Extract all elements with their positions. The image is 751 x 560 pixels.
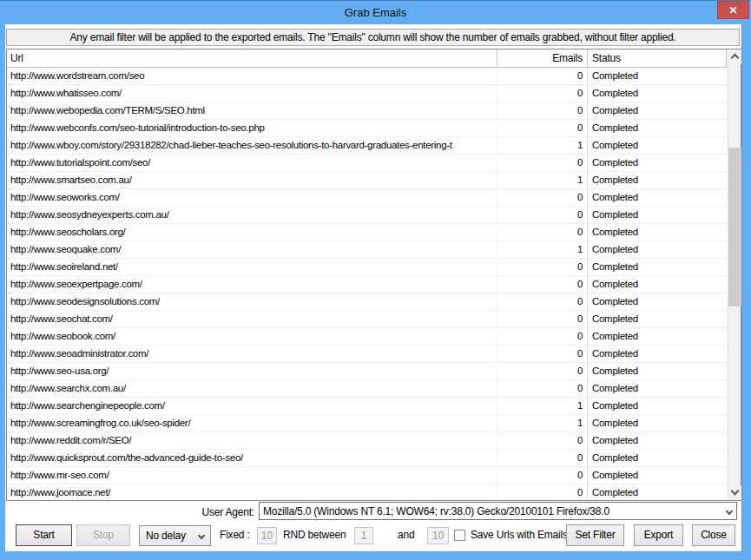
emails-count-cell: 0 [497,224,588,240]
emails-count-cell: 0 [497,311,588,327]
emails-count-cell: 0 [497,328,588,345]
rnd-between-label: RND between [283,524,346,546]
rnd-from-field[interactable] [354,527,373,544]
table-body: http://www.wordstream.com/seo0Completedh… [7,68,728,500]
url-cell: http://www.reddit.com/r/SEO/ [7,432,497,449]
table-row[interactable]: http://www.seoworks.com/0Completed [7,189,728,207]
table-row[interactable]: http://www.screamingfrog.co.uk/seo-spide… [7,415,728,432]
window-title: Grab Emails [0,6,751,19]
vertical-scrollbar[interactable] [728,49,741,500]
start-button[interactable]: Start [16,524,72,546]
chevron-down-icon [198,532,205,539]
close-window-button[interactable]: ✕ [717,1,749,19]
chevron-up-icon [731,54,740,63]
emails-count-cell: 1 [497,415,588,432]
url-cell: http://www.webopedia.com/TERM/S/SEO.html [7,102,497,119]
column-header-status[interactable]: Status [588,49,727,67]
emails-count-cell: 0 [497,155,588,171]
emails-count-cell: 0 [497,346,588,362]
status-cell: Completed [588,241,727,258]
grab-emails-window: Grab Emails ✕ Any email filter will be a… [0,0,751,560]
scroll-up-button[interactable] [728,49,741,64]
window-bottom-border [0,551,751,560]
url-table: Url Emails Status http://www.wordstream.… [6,49,741,501]
url-cell: http://www.seo-usa.org/ [7,363,497,379]
close-button[interactable]: Close [692,524,735,546]
emails-count-cell: 0 [497,189,588,206]
table-row[interactable]: http://www.seoscholars.org/0Completed [7,224,728,241]
table-header: Url Emails Status [7,49,728,68]
table-row[interactable]: http://www.mr-seo.com/0Completed [7,467,728,484]
url-cell: http://www.mr-seo.com/ [7,467,497,484]
table-row[interactable]: http://www.webopedia.com/TERM/S/SEO.html… [7,102,728,120]
fixed-delay-label: Fixed : [220,524,250,546]
status-cell: Completed [588,415,727,432]
emails-count-cell: 1 [497,172,588,188]
emails-count-cell: 1 [497,241,588,258]
status-cell: Completed [588,259,727,275]
status-cell: Completed [588,207,727,223]
table-row[interactable]: http://www.whatisseo.com/0Completed [7,85,728,102]
table-row[interactable]: http://www.seochat.com/0Completed [7,311,728,328]
scrollbar-thumb[interactable] [728,148,741,306]
title-bar[interactable]: Grab Emails ✕ [0,1,751,24]
fixed-delay-field[interactable] [257,527,277,544]
table-row[interactable]: http://www.searchx.com.au/0Completed [7,380,728,398]
status-cell: Completed [588,346,727,362]
table-row[interactable]: http://www.searchenginepeople.com/1Compl… [7,398,728,415]
url-cell: http://www.whatisseo.com/ [7,85,497,102]
table-row[interactable]: http://www.seosydneyexperts.com.au/0Comp… [7,207,728,224]
chevron-down-icon[interactable] [726,508,733,515]
table-row[interactable]: http://www.seodesignsolutions.com/0Compl… [7,293,728,311]
column-header-emails[interactable]: Emails [497,49,588,67]
status-cell: Completed [588,293,727,310]
url-cell: http://www.seobook.com/ [7,328,497,345]
status-cell: Completed [588,155,727,171]
user-agent-combobox[interactable] [259,502,737,520]
table-row[interactable]: http://www.quicksprout.com/the-advanced-… [7,450,728,467]
table-row[interactable]: http://www.tutorialspoint.com/seo/0Compl… [7,155,728,172]
table-row[interactable]: http://www.wordstream.com/seo0Completed [7,68,728,85]
url-cell: http://www.tutorialspoint.com/seo/ [7,155,497,171]
table-row[interactable]: http://www.smartseo.com.au/1Completed [7,172,728,189]
save-urls-checkbox[interactable] [454,530,465,541]
table-row[interactable]: http://www.joomace.net/0Completed [7,484,728,500]
table-row[interactable]: http://www.seo-usa.org/0Completed [7,363,728,380]
table-row[interactable]: http://www.reddit.com/r/SEO/0Completed [7,432,728,450]
window-content: Any email filter will be applied to the … [5,24,741,551]
rnd-to-field[interactable] [427,527,449,544]
table-row[interactable]: http://www.webconfs.com/seo-tutorial/int… [7,120,728,137]
emails-count-cell: 1 [497,398,588,414]
status-cell: Completed [588,328,727,345]
table-row[interactable]: http://www.seobook.com/0Completed [7,328,728,346]
export-button[interactable]: Export [634,524,683,546]
column-header-url[interactable]: Url [7,49,497,67]
user-agent-input[interactable] [260,503,720,519]
url-cell: http://www.seoscholars.org/ [7,224,497,240]
save-urls-checkbox-label[interactable]: Save Urls with Emails [471,524,568,546]
status-cell: Completed [588,363,727,379]
table-row[interactable]: http://www.wboy.com/story/29318282/chad-… [7,137,728,155]
status-cell: Completed [588,120,727,136]
emails-count-cell: 0 [497,467,588,484]
url-cell: http://www.webconfs.com/seo-tutorial/int… [7,120,497,136]
emails-count-cell: 0 [497,432,588,449]
window-right-border [741,24,751,560]
delay-mode-select[interactable]: No delay [139,525,211,546]
status-cell: Completed [588,224,727,240]
status-cell: Completed [588,484,727,500]
emails-count-cell: 0 [497,120,588,136]
url-cell: http://www.searchx.com.au/ [7,380,497,397]
status-cell: Completed [588,450,727,466]
table-row[interactable]: http://www.seoexpertpage.com/0Completed [7,276,728,293]
table-row[interactable]: http://www.seoadministrator.com/0Complet… [7,346,728,363]
and-label: and [398,524,414,546]
emails-count-cell: 0 [497,450,588,466]
set-filter-button[interactable]: Set Filter [566,524,624,546]
table-row[interactable]: http://www.seoireland.net/0Completed [7,259,728,276]
stop-button[interactable]: Stop [76,524,130,546]
emails-count-cell: 0 [497,85,588,102]
url-cell: http://www.smartseo.com.au/ [7,172,497,188]
scroll-down-button[interactable] [728,485,741,500]
table-row[interactable]: http://www.seoquake.com/1Completed [7,241,728,259]
